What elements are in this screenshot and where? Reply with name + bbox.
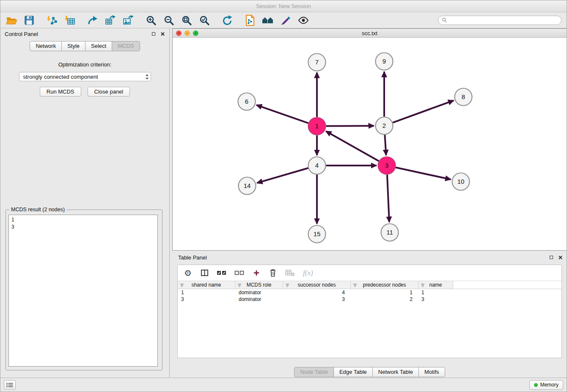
style-brush-button[interactable] [279,14,292,27]
tab-edge-table[interactable]: Edge Table [333,367,373,377]
zoom-selected-button[interactable] [198,14,211,27]
search-input[interactable] [447,17,561,23]
network-node[interactable]: 15 [308,226,326,243]
run-mcds-button[interactable]: Run MCDS [40,87,81,97]
network-node[interactable]: 3 [378,157,396,174]
network-node[interactable]: 14 [239,177,256,195]
import-table-button[interactable] [63,14,77,27]
zoom-out-icon [163,15,174,26]
memory-status-icon [534,383,538,387]
network-node[interactable]: 6 [238,93,256,110]
table-settings-button[interactable]: ⚙ [184,268,192,278]
network-edge[interactable] [385,135,386,155]
network-node[interactable]: 10 [452,173,470,190]
import-group [45,14,77,27]
network-edge[interactable] [326,131,379,161]
network-file-button[interactable] [243,14,257,27]
window-titlebar[interactable]: Session: New Session [0,0,567,12]
export-table-button[interactable] [104,14,117,27]
paint-brush-icon [280,15,291,26]
table-row[interactable]: 1 dominator 4 1 1 [178,289,561,296]
cell-successor-nodes: 4 [283,290,351,295]
import-network-button[interactable] [45,14,59,27]
close-table-panel-icon[interactable]: ✕ [558,254,563,261]
network-edge[interactable] [326,126,374,126]
delete-table-button[interactable] [285,269,295,276]
column-header-shared-name[interactable]: shared name [178,281,235,289]
mcds-buttons: Run MCDS Close panel [0,87,169,97]
memory-button[interactable]: Memory [529,380,563,390]
network-node[interactable]: 7 [308,54,326,71]
table-row[interactable]: 3 dominator 3 2 3 [178,296,561,303]
sort-icon [237,283,242,289]
close-panel-button[interactable]: Close panel [88,87,130,97]
export-image-icon [123,15,134,26]
minimize-window-icon[interactable]: − [184,30,190,36]
columns-icon [201,269,209,277]
trash-icon [269,268,277,277]
task-history-button[interactable] [4,380,16,389]
network-node-label: 9 [383,58,386,65]
zoom-out-button[interactable] [162,14,176,27]
network-document-icon [245,15,255,26]
tab-select[interactable]: Select [85,41,112,51]
export-image-button[interactable] [121,14,135,27]
first-neighbors-button[interactable] [261,14,275,27]
zoom-fit-button[interactable] [180,14,193,27]
column-header-successor-nodes[interactable]: successor nodes [283,281,351,289]
tab-node-table[interactable]: Node Table [294,367,334,377]
column-header-label: MCDS role [247,282,272,288]
network-edge[interactable] [256,105,308,123]
column-header-mcds-role[interactable]: MCDS role [235,281,283,289]
float-panel-icon[interactable] [152,32,155,36]
maximize-window-icon[interactable]: + [193,30,198,36]
network-node[interactable]: 9 [376,53,393,70]
network-edge[interactable] [396,168,451,179]
tab-motifs[interactable]: Motifs [418,367,445,377]
delete-column-button[interactable] [269,268,277,277]
optimization-criterion-value: strongly connected component [23,74,145,80]
network-edge[interactable] [387,174,389,222]
network-view-window: × − + scc.txt 7968124314101511 [172,28,567,251]
network-node[interactable]: 1 [308,118,326,135]
add-column-button[interactable]: + [252,269,261,277]
network-graph[interactable]: 7968124314101511 [173,38,567,250]
close-window-icon[interactable]: × [176,30,182,36]
show-columns-button[interactable] [200,269,209,277]
column-header-name[interactable]: name [418,281,453,289]
apply-layout-button[interactable] [220,14,234,27]
optimization-criterion-select[interactable]: strongly connected component [19,72,151,81]
network-window-titlebar[interactable]: × − + scc.txt [173,29,567,38]
mcds-result-list[interactable]: 1 3 [8,215,158,367]
save-session-button[interactable] [22,14,36,27]
network-edge[interactable] [393,100,454,122]
network-node[interactable]: 11 [381,224,399,241]
tab-mcds[interactable]: MCDS [112,41,140,51]
table-toolbar: ⚙ [178,265,561,281]
float-table-panel-icon[interactable] [550,256,553,259]
refresh-icon [222,15,233,26]
network-canvas[interactable]: 7968124314101511 [173,38,567,250]
network-node[interactable]: 2 [376,117,393,135]
tab-network[interactable]: Network [30,41,62,51]
network-node[interactable]: 8 [455,88,472,106]
list-icon [6,382,13,388]
zoom-in-button[interactable] [144,14,158,27]
network-edge[interactable] [257,168,308,183]
column-header-predecessor-nodes[interactable]: predecessor nodes [351,281,418,289]
tab-network-table[interactable]: Network Table [372,367,419,377]
function-builder-button[interactable]: f(x) [303,269,313,277]
export-network-button[interactable] [86,14,99,27]
mcds-result-line: 1 [11,216,155,224]
search-box[interactable] [438,16,561,25]
select-all-columns-button[interactable] [217,270,226,276]
show-hide-button[interactable] [297,14,310,27]
network-node[interactable]: 4 [308,157,326,174]
deselect-all-columns-button[interactable] [234,270,244,276]
node-table-container: ⚙ [177,265,562,358]
close-panel-icon[interactable]: ✕ [160,31,165,37]
tab-style[interactable]: Style [61,41,85,51]
cell-successor-nodes: 3 [283,296,351,302]
network-node-label: 4 [315,162,319,169]
open-session-button[interactable] [5,14,18,27]
